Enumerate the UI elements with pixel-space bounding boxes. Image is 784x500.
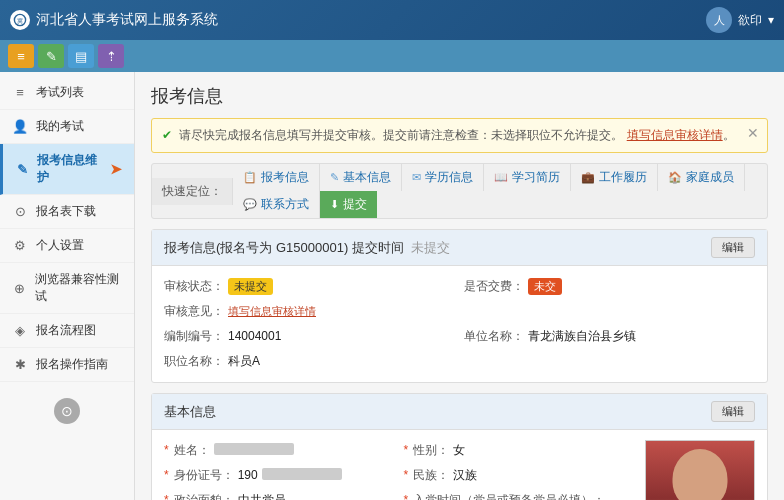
pol-value: 中共党员 (238, 492, 286, 500)
id-required: * (164, 468, 169, 482)
pol-required: * (164, 493, 169, 500)
exam-info-body: 审核状态： 未提交 是否交费： 未交 审核意见： 填写信息审核详情 (152, 266, 767, 382)
fee-status-row: 是否交费： 未交 (464, 276, 756, 297)
position-label: 职位名称： (164, 353, 224, 370)
user-avatar: 人 (706, 7, 732, 33)
svg-text:冀: 冀 (17, 17, 23, 24)
header-user[interactable]: 人 欲印 ▾ (706, 7, 774, 33)
nav-basic-info[interactable]: ✎ 基本信息 (320, 164, 402, 191)
sidebar-item-download[interactable]: ⊙ 报名表下载 (0, 195, 134, 229)
name-row: * 姓名： (164, 440, 396, 461)
page-title: 报考信息 (151, 84, 768, 108)
person-icon: 👤 (12, 119, 28, 135)
gender-label: 性别： (413, 442, 449, 459)
nav-label-contact: 联系方式 (261, 196, 309, 213)
sidebar-label-settings: 个人设置 (36, 237, 84, 254)
id-blur (262, 468, 342, 480)
exam-info-icon: 📋 (243, 171, 257, 184)
exam-info-edit-btn[interactable]: 编辑 (711, 237, 755, 258)
political-row: * 政治面貌： 中共党员 (164, 490, 396, 500)
quick-nav-items: 📋 报考信息 ✎ 基本信息 ✉ 学历信息 📖 学习简历 (233, 164, 767, 218)
basic-fields: * 姓名： * 性别： 女 * 身份证号： (164, 440, 635, 500)
nav-edu-info[interactable]: ✉ 学历信息 (402, 164, 484, 191)
sidebar-item-flowchart[interactable]: ◈ 报名流程图 (0, 314, 134, 348)
nav-label-family: 家庭成员 (686, 169, 734, 186)
basic-section-title: 基本信息 (164, 403, 216, 421)
sidebar-label-exam-info: 报考信息维护 (37, 152, 102, 186)
review-label: 审核意见： (164, 303, 224, 320)
sidebar-item-exam-list[interactable]: ≡ 考试列表 (0, 76, 134, 110)
nav-study-history[interactable]: 📖 学习简历 (484, 164, 571, 191)
nav-family[interactable]: 🏠 家庭成员 (658, 164, 745, 191)
exam-status-badge: 未提交 (228, 278, 273, 295)
toolbar-menu-btn[interactable]: ≡ (8, 44, 34, 68)
header: 冀 河北省人事考试网上服务系统 人 欲印 ▾ (0, 0, 784, 40)
active-arrow: ➤ (110, 161, 122, 177)
job-code-value: 14004001 (228, 329, 281, 343)
sidebar: ≡ 考试列表 👤 我的考试 ✎ 报考信息维护 ➤ ⊙ 报名表下载 ⚙ 个人设置 … (0, 72, 135, 500)
photo-placeholder (646, 441, 754, 500)
layout: ≡ 考试列表 👤 我的考试 ✎ 报考信息维护 ➤ ⊙ 报名表下载 ⚙ 个人设置 … (0, 72, 784, 500)
basic-info-section: 基本信息 编辑 * 姓名： * 性别： (151, 393, 768, 500)
gender-row: * 性别： 女 (404, 440, 636, 461)
id-value: 190 (238, 468, 258, 482)
sidebar-label-browser: 浏览器兼容性测试 (35, 271, 122, 305)
nav-submit[interactable]: ⬇ 提交 (320, 191, 377, 218)
header-title-area: 冀 河北省人事考试网上服务系统 (10, 10, 218, 30)
sidebar-collapse-btn[interactable]: ⊙ (54, 398, 80, 424)
gender-value: 女 (453, 442, 465, 459)
alert-detail-link[interactable]: 填写信息审核详情 (627, 128, 723, 142)
exam-info-header: 报考信息(报名号为 G15000001) 提交时间 未提交 编辑 (152, 230, 767, 266)
contact-icon: 💬 (243, 198, 257, 211)
nav-contact[interactable]: 💬 联系方式 (233, 191, 320, 218)
fee-status-label: 是否交费： (464, 278, 524, 295)
sidebar-label-download: 报名表下载 (36, 203, 96, 220)
name-required: * (164, 443, 169, 457)
fee-status-badge: 未交 (528, 278, 562, 295)
sidebar-item-my-exam[interactable]: 👤 我的考试 (0, 110, 134, 144)
basic-info-icon: ✎ (330, 171, 339, 184)
alert-check-icon: ✔ (162, 128, 172, 142)
study-icon: 📖 (494, 171, 508, 184)
placeholder-row1 (464, 301, 756, 322)
sidebar-label-flowchart: 报名流程图 (36, 322, 96, 339)
photo-face (673, 449, 728, 500)
nav-exam-info[interactable]: 📋 报考信息 (233, 164, 320, 191)
review-opinion-row: 审核意见： 填写信息审核详情 (164, 301, 456, 322)
work-icon: 💼 (581, 171, 595, 184)
unit-name-label: 单位名称： (464, 328, 524, 345)
sidebar-item-exam-info[interactable]: ✎ 报考信息维护 ➤ (0, 144, 134, 195)
gear-icon: ⚙ (12, 238, 28, 254)
family-icon: 🏠 (668, 171, 682, 184)
gender-required: * (404, 443, 409, 457)
basic-info-edit-btn[interactable]: 编辑 (711, 401, 755, 422)
toolbar-share-btn[interactable]: ⇡ (98, 44, 124, 68)
sidebar-item-guide[interactable]: ✱ 报名操作指南 (0, 348, 134, 382)
sidebar-item-browser-test[interactable]: ⊕ 浏览器兼容性测试 (0, 263, 134, 314)
name-value (214, 443, 294, 455)
exam-section-title: 报考信息(报名号为 G15000001) 提交时间 未提交 (164, 239, 450, 257)
toolbar: ≡ ✎ ▤ ⇡ (0, 40, 784, 72)
nav-work-history[interactable]: 💼 工作履历 (571, 164, 658, 191)
toolbar-edit-btn[interactable]: ✎ (38, 44, 64, 68)
eth-required: * (404, 468, 409, 482)
toolbar-list-btn[interactable]: ▤ (68, 44, 94, 68)
job-code-label: 编制编号： (164, 328, 224, 345)
edit-icon: ✎ (15, 161, 29, 177)
header-logo: 冀 (10, 10, 30, 30)
review-detail-link[interactable]: 填写信息审核详情 (228, 304, 316, 319)
quick-nav-label: 快速定位： (152, 178, 233, 205)
eth-label: 民族： (413, 467, 449, 484)
quick-nav: 快速定位： 📋 报考信息 ✎ 基本信息 ✉ 学历信息 📖 (151, 163, 768, 219)
basic-info-header: 基本信息 编辑 (152, 394, 767, 430)
alert-close-btn[interactable]: ✕ (747, 125, 759, 141)
party-label: 入党时间（党员或预备党员必填）： (413, 492, 605, 500)
applicant-photo (645, 440, 755, 500)
nav-label-study: 学习简历 (512, 169, 560, 186)
nav-label-edu-info: 学历信息 (425, 169, 473, 186)
username-label: 欲印 (738, 12, 762, 29)
id-label: 身份证号： (174, 467, 234, 484)
sidebar-item-settings[interactable]: ⚙ 个人设置 (0, 229, 134, 263)
job-code-row: 编制编号： 14004001 (164, 326, 456, 347)
system-title: 河北省人事考试网上服务系统 (36, 11, 218, 29)
